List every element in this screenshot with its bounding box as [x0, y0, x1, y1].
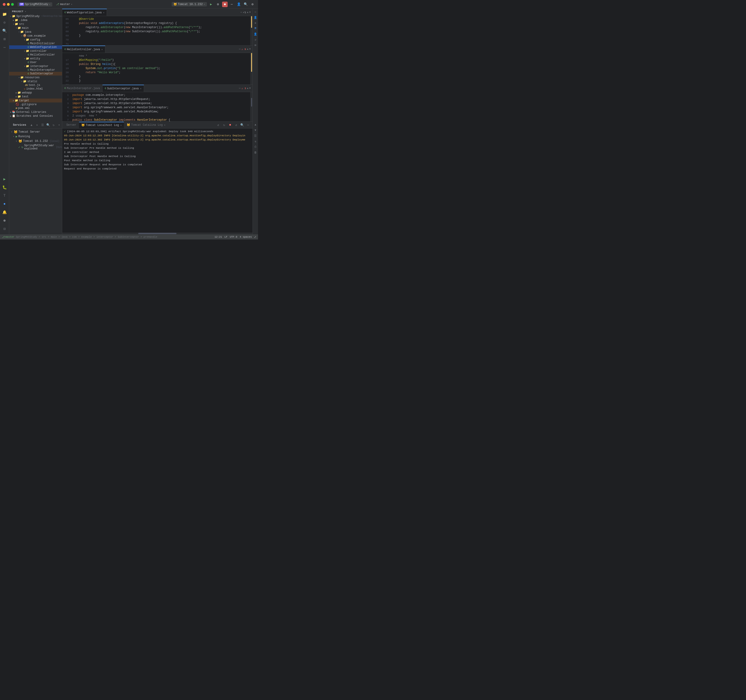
activity-terminal-icon[interactable]: ⊡ — [1, 225, 8, 233]
activity-more-icon[interactable]: ⋯ — [1, 44, 8, 51]
right-history-icon[interactable]: ↺ — [253, 37, 258, 42]
tree-item-main[interactable]: ▾ 📁 main — [9, 26, 62, 30]
tree-item-user[interactable]: C User — [9, 60, 62, 64]
search-button[interactable]: 🔍 — [243, 2, 248, 7]
editor-content-3[interactable]: 1 2 3 4 5 6 7 - 8 - 9 10 — [62, 92, 253, 121]
tree-item-gitignore[interactable]: 🚫 .gitignore — [9, 102, 62, 107]
svc-up-icon[interactable]: ▲ — [29, 123, 34, 128]
code-content-1[interactable]: @Override public void addInterceptors(In… — [71, 16, 250, 45]
tree-item-static[interactable]: ▾ 📁 static — [9, 80, 62, 83]
stop-button[interactable]: ■ — [222, 2, 228, 7]
right-blue-icon[interactable]: M — [253, 26, 258, 31]
tree-item-entity[interactable]: ▾ 📁 entity — [9, 57, 62, 60]
activity-debug-icon[interactable]: 🐛 — [1, 184, 8, 191]
activity-find-icon[interactable]: 🔍 — [1, 27, 8, 35]
console-tab-catalina[interactable]: 🐱 Tomcat Catalina Log ✕ — [125, 122, 168, 128]
account-icon[interactable]: 👤 — [236, 2, 241, 7]
activity-run-icon[interactable]: ▶ — [1, 176, 8, 183]
tree-item-indexhtml[interactable]: ◇ index.html — [9, 87, 62, 91]
console-scrollbar-thumb[interactable] — [138, 233, 176, 234]
console-search-icon[interactable]: 🔍 — [240, 123, 245, 128]
activity-notifications-icon[interactable]: 🔔 — [1, 209, 8, 216]
tab-more-icon[interactable]: ⋯ — [241, 11, 242, 14]
svc-add-icon[interactable]: + — [57, 123, 62, 128]
run-button[interactable]: ▶ — [208, 2, 214, 7]
tree-item-hellocontroller[interactable]: C HelloController — [9, 53, 62, 57]
editor-content-2[interactable]: - 17 18 19 20 21 22 23 24 — [62, 53, 253, 84]
console-more-icon[interactable]: ⋯ — [245, 123, 251, 128]
svc-running[interactable]: ▾ ▶ Running — [9, 134, 62, 139]
maximize-button[interactable] — [11, 3, 14, 6]
tree-item-java[interactable]: ▾ 📁 java — [9, 30, 62, 34]
tree-item-src[interactable]: ▾ 📁 src — [9, 22, 62, 26]
tree-item-interceptor[interactable]: ▾ 📁 interceptor — [9, 64, 62, 68]
svc-war-exploded[interactable]: ✓ ↻ SpringMVCStudy:war exploded [Synchro… — [9, 143, 62, 151]
tree-item-webapp[interactable]: ▶ 📁 webapp — [9, 91, 62, 95]
svc-tomcat-instance[interactable]: ▾ 🐱 Tomcat 10.1.232 [local] — [9, 139, 62, 143]
right-person2-icon[interactable]: 👤 — [253, 32, 258, 36]
activity-project-icon[interactable]: 📁 — [1, 11, 8, 18]
tab-close-icon[interactable]: ✕ — [103, 11, 104, 14]
up-icon[interactable]: ▲ — [247, 11, 248, 14]
console-scrollbar[interactable] — [62, 233, 253, 234]
gear-icon[interactable]: ⚙ — [250, 2, 255, 7]
tree-item-resources[interactable]: ▾ 📁 resources — [9, 75, 62, 80]
br-filter-icon[interactable]: ☰ — [253, 134, 258, 138]
console-tab-server[interactable]: Server — [64, 122, 78, 128]
tree-item-idea[interactable]: ▶ 📁 .idea — [9, 18, 62, 22]
tree-item-target[interactable]: ▶ 📁 target — [9, 99, 62, 102]
br-print-icon[interactable]: ⎙ — [253, 144, 258, 149]
up-icon3[interactable]: ▲ — [247, 87, 248, 90]
console-tab-localhost[interactable]: 🐱 Tomcat Localhost Log ✕ — [79, 122, 124, 128]
status-branch[interactable]: ⎇ master — [2, 236, 15, 239]
right-person-icon[interactable]: 👤 — [253, 15, 258, 20]
tree-item-config[interactable]: ▾ 📁 config — [9, 38, 62, 42]
tree-item-pomxml[interactable]: m pom.xml — [9, 107, 62, 110]
tab-more-icon3[interactable]: ⋯ — [239, 87, 241, 90]
tree-item-comexample[interactable]: ▾ 📦 com.example — [9, 34, 62, 38]
down-icon2[interactable]: ▼ — [249, 48, 251, 50]
tab-hellocontroller[interactable]: C HelloController.java ✕ — [62, 46, 105, 53]
console-refresh2-icon[interactable]: ↻ — [222, 123, 227, 128]
tree-item-test[interactable]: ▶ 📁 test — [9, 95, 62, 99]
tree-item-maininterceptor[interactable]: C MainInterceptor — [9, 68, 62, 72]
right-coverage-icon[interactable]: ⊞ — [253, 43, 258, 47]
svc-tomcat-server[interactable]: ▾ 🐱 Tomcat Server — [9, 130, 62, 134]
tree-item-subinterceptor[interactable]: C SubInterceptor — [9, 72, 62, 75]
minimize-button[interactable] — [7, 3, 10, 6]
tree-item-controller[interactable]: ▾ 📁 controller — [9, 49, 62, 53]
tab-close-icon3[interactable]: ✕ — [140, 87, 141, 90]
svc-filter-icon[interactable]: ☰ — [40, 123, 45, 128]
br-sort-icon[interactable]: ⇅ — [253, 139, 258, 144]
code-content-2[interactable]: new * @GetMapping("/hello") public Strin… — [71, 53, 250, 84]
activity-blue-dot[interactable]: ● — [1, 200, 8, 208]
activity-vcs-icon[interactable]: ⊙ — [1, 19, 8, 26]
svc-search-icon[interactable]: 🔍 — [46, 123, 51, 128]
down-icon[interactable]: ▼ — [249, 11, 251, 14]
localhost-tab-close-icon[interactable]: ✕ — [120, 124, 122, 127]
tab-close-icon2[interactable]: ✕ — [101, 48, 103, 51]
status-expand-icon[interactable]: ⤢ — [254, 236, 256, 239]
activity-git-icon[interactable]: ⊗ — [1, 217, 8, 224]
up-icon2[interactable]: ▲ — [247, 48, 248, 50]
project-selector[interactable]: SM SpringMVCStudy ▾ — [18, 2, 52, 6]
br-delete-icon[interactable]: 🗑 — [253, 150, 258, 155]
console-restart-icon[interactable]: ↺ — [234, 123, 239, 128]
activity-profiler-icon[interactable]: T — [1, 192, 8, 200]
tree-item-scratches[interactable]: ▶ 📋 Scratches and Consoles — [9, 114, 62, 118]
down-icon3[interactable]: ▼ — [249, 87, 251, 90]
svc-refresh-icon[interactable]: ↻ — [51, 123, 56, 128]
branch-selector[interactable]: ⎇ master ▾ — [54, 2, 74, 6]
tab-maininterceptor[interactable]: C MainInterceptor.java — [62, 85, 102, 92]
close-button[interactable] — [3, 3, 6, 6]
tab-more-icon2[interactable]: ⋯ — [239, 47, 241, 51]
tree-item-root[interactable]: ▾ 📁 SpringMVCStudy ~/Desktop/CS/JavaEl — [9, 14, 62, 18]
br-up-icon[interactable]: ▲ — [253, 123, 258, 127]
tab-subinterceptor[interactable]: C SubInterceptor.java ✕ — [102, 85, 144, 92]
br-down-icon[interactable]: ▼ — [253, 128, 258, 133]
run-config[interactable]: 🐱 Tomcat 10.1.232 ▾ — [171, 2, 207, 6]
code-content-3[interactable]: package com.example.interceptor; import … — [71, 92, 250, 121]
tab-webconfiguration[interactable]: C WebConfiguration.java ✕ — [62, 9, 107, 16]
tree-item-extlibs[interactable]: ▶ 📚 External Libraries — [9, 110, 62, 114]
right-more-icon[interactable]: ⋯ — [253, 10, 258, 14]
